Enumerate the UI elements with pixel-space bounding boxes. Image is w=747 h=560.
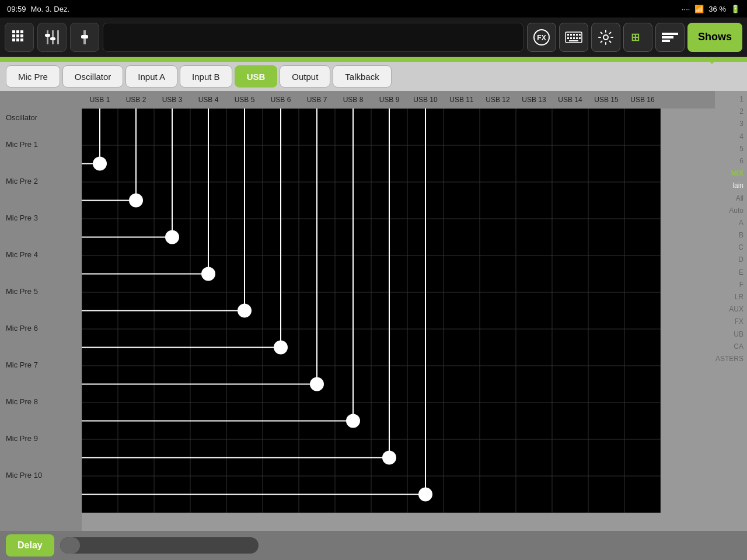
rs-mix: MIX [715, 168, 747, 179]
fx-btn[interactable]: FX [527, 23, 556, 52]
tab-input-b[interactable]: Input B [180, 65, 232, 88]
col-headers: USB 1USB 2USB 3USB 4USB 5USB 6USB 7USB 8… [82, 91, 715, 108]
svg-point-69 [129, 194, 143, 208]
svg-rect-19 [567, 34, 569, 36]
row-label-mic-pre-4: Mic Pre 4 [0, 236, 82, 273]
row-label-mic-pre-7: Mic Pre 7 [0, 346, 82, 383]
rs-number-6: 6 [715, 156, 747, 167]
row-label-mic-pre-9: Mic Pre 9 [0, 420, 82, 457]
svg-rect-22 [576, 34, 578, 36]
fader-icon-btn[interactable] [37, 23, 67, 52]
row-label-mic-pre-8: Mic Pre 8 [0, 383, 82, 420]
svg-point-93 [418, 488, 432, 502]
bottom-bar: Delay [0, 531, 747, 560]
progress-bar [0, 57, 747, 62]
tab-oscillator[interactable]: Oscillator [62, 65, 124, 88]
tab-input-a[interactable]: Input A [125, 65, 177, 88]
svg-rect-0 [12, 30, 15, 33]
search-bar [103, 23, 523, 52]
rs-item-d: D [715, 254, 747, 265]
svg-rect-6 [12, 38, 15, 41]
col-header-usb2: USB 2 [118, 96, 154, 104]
col-header-usb7: USB 7 [299, 96, 335, 104]
tab-talkback[interactable]: Talkback [333, 65, 391, 88]
tab-bar: Mic PreOscillatorInput AInput BUSBOutput… [0, 62, 747, 91]
svg-rect-32 [662, 33, 678, 35]
svg-rect-12 [45, 34, 50, 37]
main-content: OscillatorMic Pre 1Mic Pre 2Mic Pre 3Mic… [0, 91, 747, 531]
tab-output[interactable]: Output [280, 65, 330, 88]
svg-rect-24 [567, 37, 569, 39]
svg-rect-8 [20, 38, 23, 41]
shows-button[interactable]: Shows [687, 23, 742, 52]
grid-icon-btn[interactable] [5, 23, 34, 52]
svg-rect-7 [16, 38, 19, 41]
single-fader-icon-btn[interactable] [70, 23, 99, 52]
rs-item-e: E [715, 267, 747, 278]
col-header-usb13: USB 13 [516, 96, 552, 104]
svg-rect-28 [579, 37, 581, 39]
progress-triangle [706, 57, 718, 64]
delay-button[interactable]: Delay [6, 534, 54, 556]
svg-rect-29 [569, 40, 578, 41]
svg-rect-15 [81, 35, 88, 38]
row-label-mic-pre-1: Mic Pre 1 [0, 126, 82, 163]
svg-point-30 [603, 35, 608, 40]
toolbar-right-buttons: FX [527, 23, 742, 52]
svg-rect-25 [570, 37, 572, 39]
svg-rect-21 [573, 34, 575, 36]
col-header-usb1: USB 1 [82, 96, 118, 104]
col-header-usb12: USB 12 [480, 96, 516, 104]
rs-number-2: 2 [715, 106, 747, 117]
svg-rect-20 [570, 34, 572, 36]
col-header-usb3: USB 3 [154, 96, 190, 104]
row-label-mic-pre-10: Mic Pre 10 [0, 457, 82, 494]
status-time: 09:59 [7, 5, 26, 13]
svg-rect-33 [662, 36, 673, 38]
rs-masters: ASTERS [715, 354, 747, 365]
grid-view-btn[interactable]: ⊞ [623, 23, 652, 52]
rs-number-4: 4 [715, 131, 747, 142]
matrix-grid[interactable] [82, 108, 661, 513]
tab-mic-pre[interactable]: Mic Pre [6, 65, 60, 88]
svg-point-84 [310, 377, 324, 391]
col-header-usb9: USB 9 [371, 96, 407, 104]
svg-rect-13 [50, 37, 55, 40]
col-header-usb14: USB 14 [552, 96, 588, 104]
slider-fill [60, 537, 80, 554]
svg-rect-2 [20, 30, 23, 33]
svg-rect-34 [662, 40, 670, 42]
col-header-usb11: USB 11 [444, 96, 480, 104]
col-header-usb6: USB 6 [263, 96, 299, 104]
more-btn[interactable] [655, 23, 685, 52]
tab-usb[interactable]: USB [235, 65, 278, 88]
row-label-oscillator: Oscillator [0, 108, 82, 126]
rs-item-ca: CA [715, 341, 747, 352]
svg-point-87 [346, 414, 360, 428]
toolbar: FX [0, 18, 747, 57]
svg-rect-5 [20, 34, 23, 37]
svg-text:⊞: ⊞ [631, 32, 640, 43]
row-label-mic-pre-5: Mic Pre 5 [0, 273, 82, 310]
wifi-icon: 📶 [694, 5, 704, 13]
rs-item-aux: AUX [715, 304, 747, 315]
settings-btn[interactable] [591, 23, 620, 52]
status-day: Mo. 3. Dez. [31, 5, 69, 13]
col-header-usb10: USB 10 [407, 96, 444, 104]
row-label-mic-pre-2: Mic Pre 2 [0, 163, 82, 200]
keyboard-btn[interactable] [559, 23, 588, 52]
col-header-usb4: USB 4 [190, 96, 226, 104]
svg-text:FX: FX [537, 34, 546, 42]
row-label-mic-pre-3: Mic Pre 3 [0, 200, 82, 236]
svg-rect-11 [57, 30, 59, 44]
right-sidebar: 123456MIXlainAllAutoABCDEFLRAUXFXUBCAAST… [715, 91, 747, 531]
col-header-usb8: USB 8 [335, 96, 371, 104]
status-dots: ···· [682, 5, 690, 13]
bottom-slider[interactable] [60, 537, 259, 554]
battery-level: 36 % [708, 5, 726, 13]
col-header-usb5: USB 5 [226, 96, 263, 104]
status-left: 09:59 Mo. 3. Dez. [7, 5, 69, 13]
svg-rect-4 [16, 34, 19, 37]
rs-main: lain [715, 180, 747, 191]
rs-item-f: F [715, 279, 747, 290]
